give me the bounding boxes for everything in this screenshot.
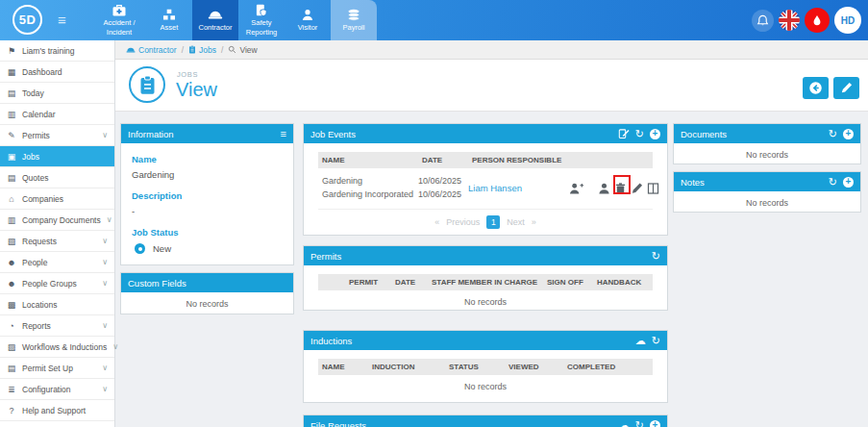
sidebar-item-dashboard[interactable]: ▦Dashboard	[0, 62, 114, 83]
pagination-previous[interactable]: Previous	[446, 217, 480, 227]
person-responsible-link[interactable]: Liam Hansen	[468, 183, 522, 193]
add-icon[interactable]: +	[843, 177, 854, 188]
chevron-down-icon: ∨	[102, 364, 108, 372]
pagination-next[interactable]: Next	[507, 217, 525, 227]
panel-title: Permits	[310, 251, 341, 262]
uk-flag-icon	[779, 10, 800, 31]
annotation-highlight-box	[613, 175, 631, 194]
sidebar-item-people[interactable]: ☻People∨	[0, 252, 114, 273]
add-icon[interactable]: +	[650, 420, 660, 427]
workflows-icon: ▨	[7, 342, 16, 352]
refresh-icon[interactable]: ↻	[652, 251, 660, 262]
breadcrumb-contractor[interactable]: Contractor	[126, 45, 177, 55]
language-flag-button[interactable]	[779, 10, 800, 31]
requests-icon: ▧	[7, 237, 16, 246]
notes-panel: Notes ↻ + No records	[673, 171, 861, 213]
page-title: View	[176, 79, 217, 101]
visitor-person-icon	[300, 9, 315, 21]
hard-hat-icon	[208, 9, 223, 21]
app-logo[interactable]: 5D	[12, 5, 42, 35]
permit-pen-icon: ✎	[7, 131, 16, 140]
refresh-icon[interactable]: ↻	[829, 129, 837, 139]
field-value-name: Gardening	[132, 169, 283, 180]
columns-icon[interactable]	[647, 183, 659, 195]
sign-document-icon[interactable]	[618, 128, 630, 139]
nav-tab-safety-reporting[interactable]: Safety Reporting	[238, 0, 285, 40]
sidebar-item-company-documents[interactable]: ▥Company Documents∨	[0, 210, 114, 231]
panel-title: Information	[128, 129, 174, 139]
sidebar-item-permits[interactable]: ✎Permits∨	[0, 125, 114, 146]
user-avatar[interactable]: HD	[834, 7, 861, 34]
nav-tab-contractor[interactable]: Contractor	[192, 0, 238, 40]
first-aid-icon	[112, 4, 127, 16]
sidebar-item-help-support[interactable]: ?Help and Support	[0, 400, 114, 421]
sidebar-item-today[interactable]: ▤Today	[0, 83, 114, 104]
documents-icon: ▥	[7, 215, 16, 225]
pagination-next-arrow[interactable]: »	[532, 217, 536, 227]
sidebar-item-people-groups[interactable]: ☻People Groups∨	[0, 273, 114, 294]
panel-title: Notes	[681, 177, 705, 188]
sidebar-item-workflows-inductions[interactable]: ▨Workflows & Inductions∨	[0, 337, 114, 358]
nav-tab-accident-incident[interactable]: Accident / Incident	[92, 0, 146, 40]
notifications-button[interactable]	[752, 10, 774, 32]
status-value: New	[153, 243, 171, 254]
pagination-page-1[interactable]: 1	[486, 215, 500, 229]
add-icon[interactable]: +	[843, 129, 854, 139]
add-person-icon[interactable]	[569, 183, 584, 195]
job-events-table-header: NAME DATE PERSON RESPONSIBLE	[318, 152, 653, 168]
chevron-down-icon: ∨	[102, 131, 108, 139]
top-navbar: 5D ≡ Accident / Incident Asset Contracto…	[0, 0, 868, 40]
breadcrumb: Contractor / Jobs / View	[115, 40, 868, 60]
breadcrumb-view: View	[228, 45, 257, 55]
refresh-icon[interactable]: ↻	[829, 177, 837, 188]
nav-tab-visitor[interactable]: Visitor	[285, 0, 331, 40]
chevron-down-icon: ∨	[102, 385, 108, 393]
nav-tab-payroll[interactable]: Payroll	[331, 0, 377, 40]
edit-pencil-icon[interactable]	[631, 183, 643, 195]
person-icon[interactable]	[598, 183, 610, 195]
add-icon[interactable]: +	[650, 129, 660, 139]
sidebar-item-calendar[interactable]: ▥Calendar	[0, 104, 114, 125]
hamburger-menu-icon[interactable]: ≡	[58, 12, 66, 28]
list-icon[interactable]: ≡	[281, 129, 286, 139]
sidebar-item-locations[interactable]: ▩Locations	[0, 294, 114, 315]
flag-icon: ⚑	[7, 46, 16, 56]
sidebar-item-requests[interactable]: ▧Requests∨	[0, 231, 114, 252]
back-arrow-icon	[808, 81, 823, 95]
bell-icon	[756, 14, 769, 27]
logo-text: 5D	[19, 13, 37, 27]
cloud-download-icon[interactable]: ☁	[635, 336, 646, 346]
back-button[interactable]	[803, 77, 829, 99]
breadcrumb-separator: /	[182, 45, 184, 55]
breadcrumb-jobs[interactable]: Jobs	[188, 45, 216, 55]
job-event-name: Gardening Gardening Incorporated	[322, 175, 418, 201]
people-icon: ☻	[7, 258, 16, 267]
chevron-down-icon: ∨	[102, 279, 108, 288]
alert-button[interactable]	[805, 8, 830, 33]
coins-icon	[346, 9, 361, 21]
chevron-down-icon: ∨	[107, 215, 112, 224]
sidebar-item-companies[interactable]: ⌂Companies	[0, 188, 114, 210]
shield-document-icon	[254, 4, 269, 16]
permits-table-header: PERMIT DATE STAFF MEMBER IN CHARGE SIGN …	[318, 274, 653, 290]
chevron-down-icon: ∨	[102, 321, 108, 330]
custom-fields-panel: Custom Fields No records	[120, 272, 294, 314]
pagination-prev-arrow[interactable]: «	[434, 217, 439, 227]
sidebar-item-configuration[interactable]: ≣Configuration∨	[0, 379, 114, 400]
refresh-icon[interactable]: ↻	[635, 129, 644, 139]
sidebar-item-liams-training[interactable]: ⚑Liam's training	[0, 40, 114, 62]
refresh-icon[interactable]: ↻	[635, 420, 644, 427]
jobs-page-icon	[129, 66, 165, 103]
cloud-upload-icon[interactable]: ☁	[619, 420, 630, 427]
nav-tab-asset[interactable]: Asset	[146, 0, 192, 40]
inductions-table-header: NAME INDUCTION STATUS VIEWED COMPLETED	[318, 359, 653, 375]
sidebar-item-permit-set-up[interactable]: ▤Permit Set Up∨	[0, 358, 114, 379]
breadcrumb-separator: /	[221, 45, 223, 55]
page-header: JOBS View	[115, 60, 868, 112]
sidebar-item-quotes[interactable]: ▤Quotes	[0, 167, 114, 188]
sidebar-item-jobs[interactable]: ▣Jobs	[0, 146, 114, 167]
edit-button[interactable]	[833, 77, 859, 99]
refresh-icon[interactable]: ↻	[652, 336, 660, 346]
sidebar-item-reports[interactable]: ◔Reports∨	[0, 315, 114, 337]
panel-title: Inductions	[310, 336, 352, 346]
